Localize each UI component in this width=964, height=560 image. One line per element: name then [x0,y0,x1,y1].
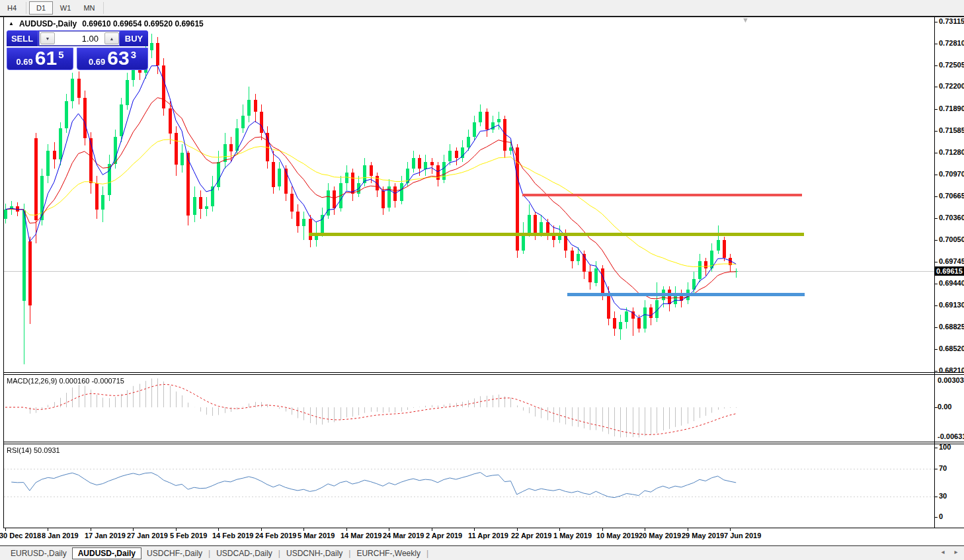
tab-scroll-right-icon[interactable]: ▸ [952,548,960,555]
date-axis-tick [303,528,304,531]
date-axis-tick [218,528,219,531]
price-axis-tick [935,327,938,328]
buy-price-box[interactable]: 0.69 63 3 [77,48,148,70]
price-axis-label: 0.70970 [939,170,964,178]
chart-symbol-label: AUDUSD-,Daily [19,19,77,28]
price-axis-label: 0.70665 [939,192,964,200]
date-axis-label: 5 Feb 2019 [170,532,207,540]
price-axis-tick [935,131,938,132]
tab-audusd-daily[interactable]: AUDUSD-,Daily [72,547,141,559]
rsi-axis-label: 0 [939,512,943,520]
sell-button[interactable]: SELL [7,30,38,46]
date-axis-label: 14 Mar 2019 [341,532,382,540]
chart-tab-bar: EURUSD-,Daily AUDUSD-,Daily USDCHF-,Dail… [0,545,964,560]
volume-decrease-button[interactable]: ▼ [40,32,55,44]
buy-price-big: 63 [107,48,129,68]
price-axis-label: 0.72505 [939,61,964,69]
volume-increase-button[interactable]: ▲ [104,32,119,44]
tab-scroll-left-icon[interactable]: ◂ [939,548,947,555]
price-axis-label: 0.69130 [939,301,964,309]
price-axis-tick [935,218,938,219]
date-axis-label: 2 Apr 2019 [426,532,462,540]
price-axis-label: 0.73115 [939,17,964,25]
price-axis-tick [935,87,938,87]
date-axis-label: 30 Dec 2018 [0,532,41,540]
price-axis-label: 0.68210 [939,366,964,374]
date-axis-tick [559,528,560,531]
chart-shift-marker-icon[interactable]: ▼ [742,16,749,24]
price-axis-tick [935,305,938,306]
date-axis-tick [48,528,48,531]
date-axis-tick [602,528,603,531]
date-axis-tick [474,528,475,531]
macd-axis-label: 0.003035 [938,376,964,384]
toolbar-separator [26,2,26,14]
date-axis-tick [645,528,645,531]
price-axis-label: 0.71280 [939,148,964,156]
price-axis-label: 0.71585 [939,126,964,134]
rsi-axis-label: 70 [939,464,947,472]
date-axis-label: 8 Jan 2019 [42,532,79,540]
toolbar-separator [103,2,104,14]
tab-eurchf-weekly[interactable]: EURCHF-,Weekly [351,547,425,559]
macd-indicator-canvas[interactable] [4,375,934,441]
date-axis-line [3,528,964,528]
price-axis-label: 0.68520 [939,344,964,352]
tab-usdcad-daily[interactable]: USDCAD-,Daily [211,547,278,559]
panel-splitter[interactable] [3,442,964,442]
rsi-axis-tick [935,517,938,518]
date-axis-label: 27 Jan 2019 [127,532,168,540]
date-axis-label: 20 May 2019 [639,532,681,540]
timeframe-d1-button[interactable]: D1 [29,1,53,15]
price-axis-tick [935,196,938,197]
chart-left-border [3,17,4,528]
rsi-axis-label: 30 [939,492,947,500]
date-axis-tick [517,528,518,531]
price-axis-tick [935,371,938,372]
tab-usdchf-daily[interactable]: USDCHF-,Daily [141,547,208,559]
rsi-label: RSI(14) 50.0931 [7,446,60,454]
date-axis-label: 7 Jun 2019 [724,532,761,540]
spin-down-icon: ▼ [46,36,50,41]
timeframe-w1-button[interactable]: W1 [54,2,77,14]
price-axis-label: 0.70050 [939,235,964,243]
date-axis-tick [346,528,347,531]
date-axis-tick [730,528,731,531]
date-axis-label: 1 May 2019 [553,532,592,540]
date-axis-label: 24 Feb 2019 [255,532,296,540]
main-chart-canvas[interactable] [4,17,934,372]
buy-button[interactable]: BUY [119,30,148,46]
date-axis-label: 10 May 2019 [596,532,639,540]
current-price-marker: 0.69615 [935,266,964,276]
tab-separator: | [426,549,429,558]
panel-splitter[interactable] [3,444,964,444]
panel-splitter[interactable] [3,372,964,373]
tab-eurusd-daily[interactable]: EURUSD-,Daily [5,547,72,559]
date-axis-tick [91,528,91,531]
date-axis-label: 11 Apr 2019 [468,532,508,540]
timeframe-h4-button[interactable]: H4 [1,2,23,14]
date-axis-label: 5 Mar 2019 [298,532,335,540]
date-axis-tick [5,528,6,531]
price-axis-label: 0.69440 [939,279,964,287]
timeframe-mn-button[interactable]: MN [78,2,100,14]
price-axis-tick [935,175,938,175]
date-axis-label: 24 Mar 2019 [383,532,424,540]
date-axis-tick [176,528,177,531]
date-axis-label: 22 Apr 2019 [511,532,551,540]
tab-usdcnh-daily[interactable]: USDCNH-,Daily [281,547,348,559]
date-axis-tick [133,528,134,531]
timeframe-toolbar: H4 D1 W1 MN [0,0,964,17]
rsi-indicator-canvas[interactable] [4,444,934,527]
price-axis-tick [935,240,938,241]
date-axis-tick [261,528,262,531]
sell-price-base: 0.69 [16,57,32,67]
sell-price-big: 61 [35,48,57,68]
one-click-trading-panel: SELL ▼ 1.00 ▲ BUY 0.69 61 5 0.69 63 3 [7,30,148,70]
sell-price-box[interactable]: 0.69 61 5 [7,48,73,70]
panel-splitter[interactable] [3,374,964,375]
date-axis-label: 29 May 2019 [682,532,724,540]
volume-input[interactable]: 1.00 [56,34,104,44]
rsi-axis-tick [935,469,938,469]
date-axis-tick [432,528,432,531]
